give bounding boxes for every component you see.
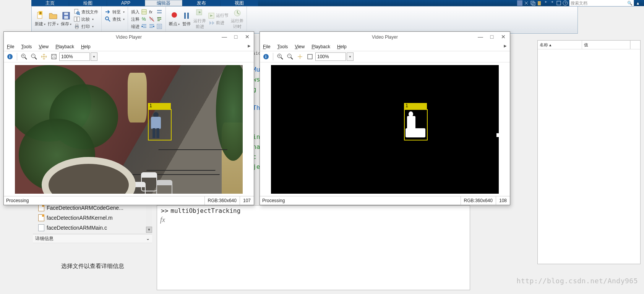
zoom-out-icon[interactable]: - xyxy=(286,52,295,61)
goto-icon xyxy=(105,9,111,15)
comment-wrap-icon[interactable] xyxy=(156,16,162,22)
menu-tools[interactable]: Tools xyxy=(21,44,32,49)
insert-label-line: 插入 fx xyxy=(131,9,162,15)
goto-button[interactable]: 转至 xyxy=(105,9,125,15)
qat-save-icon[interactable] xyxy=(517,0,522,6)
tab-publish[interactable]: 发布 xyxy=(183,0,220,6)
menu-tools[interactable]: Tools xyxy=(277,44,288,49)
pin-toolbar-icon[interactable]: ► xyxy=(503,43,508,49)
details-header[interactable]: 详细信息 ⌄ xyxy=(33,234,152,243)
goto-label: 转至 xyxy=(112,9,121,15)
zoom-dropdown[interactable]: ▼ xyxy=(347,52,354,61)
menu-view[interactable]: View xyxy=(295,44,305,49)
run-section-button[interactable]: 运行节 xyxy=(208,13,229,19)
command-window[interactable]: >> multiObjectTracking fx xyxy=(157,205,470,290)
menu-playback[interactable]: Playback xyxy=(311,44,330,49)
zoom-value[interactable]: 100% xyxy=(59,52,90,61)
minimize-button[interactable]: — xyxy=(475,33,486,41)
command-line: >> multiObjectTracking xyxy=(157,206,470,216)
comment-add-icon[interactable]: % xyxy=(141,16,147,22)
toolbar: i + - 100% ▼ xyxy=(260,51,510,62)
window-titlebar[interactable]: Video Player — □ ✕ xyxy=(260,32,510,42)
list-item[interactable]: faceDetectionARMMain.c xyxy=(33,223,152,233)
qat-paste-icon[interactable] xyxy=(537,0,542,6)
fx-prompt-icon[interactable]: fx xyxy=(157,216,168,224)
run-time-icon xyxy=(233,8,242,17)
fit-icon[interactable] xyxy=(305,52,315,61)
scroll-down-icon[interactable]: ▼ xyxy=(146,227,152,233)
breakpoints-button[interactable]: 断点 xyxy=(169,11,180,27)
find-label: 查找 xyxy=(112,16,121,22)
fit-icon[interactable] xyxy=(49,52,58,61)
insert-more-icon[interactable] xyxy=(156,9,162,15)
pin-toolbar-icon[interactable]: ► xyxy=(247,43,251,49)
save-button[interactable]: 保存 xyxy=(61,11,71,27)
close-button[interactable]: ✕ xyxy=(498,33,509,41)
menu-help[interactable]: Help xyxy=(337,44,347,49)
find-files-button[interactable]: 查找文件 xyxy=(74,9,98,15)
zoom-dropdown[interactable]: ▼ xyxy=(91,52,97,61)
zoom-out-icon[interactable]: - xyxy=(29,52,39,61)
info-icon[interactable]: i xyxy=(5,52,15,61)
workspace-col-name[interactable]: 名称 ▴ xyxy=(538,41,582,49)
tab-apps[interactable]: APP xyxy=(107,0,144,6)
zoom-in-icon[interactable]: + xyxy=(276,52,285,61)
run-time-button[interactable]: 运行并 计时 xyxy=(231,8,243,29)
workspace-col-value[interactable]: 值 xyxy=(582,41,630,49)
command-text: multiObjectTracking xyxy=(170,207,240,214)
chevron-down-icon[interactable]: ⌄ xyxy=(146,236,150,241)
comment-remove-icon[interactable]: % xyxy=(149,16,155,22)
smart-indent-icon[interactable] xyxy=(156,23,162,29)
pan-icon[interactable] xyxy=(295,52,305,61)
menu-file[interactable]: File xyxy=(7,44,14,49)
pan-icon[interactable] xyxy=(39,52,49,61)
qat-undo-icon[interactable] xyxy=(543,0,548,6)
folder-scrollbar[interactable]: ▼ xyxy=(146,203,152,233)
svg-line-49 xyxy=(281,57,283,59)
info-icon[interactable]: i xyxy=(261,52,271,61)
tab-home[interactable]: 主页 xyxy=(31,0,69,6)
doc-search-go-icon[interactable]: 🔍 xyxy=(627,1,633,6)
list-item[interactable]: faceDetectionARMKernel.m xyxy=(33,213,152,223)
menu-view[interactable]: View xyxy=(39,44,49,49)
menu-file[interactable]: File xyxy=(263,44,270,49)
video-frame: 1 xyxy=(271,65,499,194)
menu-playback[interactable]: Playback xyxy=(55,44,74,49)
qat-copy-icon[interactable] xyxy=(530,0,535,6)
qat-cut-icon[interactable] xyxy=(524,0,529,6)
find-button[interactable]: 查找 xyxy=(105,16,125,22)
insert-section-icon[interactable] xyxy=(141,9,147,15)
new-file-icon xyxy=(36,11,45,20)
tab-editor[interactable]: 编辑器 xyxy=(145,0,182,6)
maximize-button[interactable]: □ xyxy=(230,33,242,41)
pause-button[interactable]: 暂停 xyxy=(182,11,191,27)
tab-view[interactable]: 视图 xyxy=(221,0,258,6)
indent-out-icon[interactable] xyxy=(149,23,155,29)
toolbar: i + - 100% ▼ xyxy=(4,51,254,62)
zoom-value[interactable]: 100% xyxy=(315,52,346,61)
tab-plots[interactable]: 绘图 xyxy=(69,0,107,6)
open-file-button[interactable]: 打开 xyxy=(48,11,58,27)
status-frame: 107 xyxy=(240,196,254,205)
print-button[interactable]: 打印 xyxy=(74,23,98,29)
indent-in-icon[interactable] xyxy=(141,23,147,29)
doc-search-input[interactable]: 搜索文档 🔍 xyxy=(569,0,634,7)
svg-rect-30 xyxy=(517,0,522,6)
advance-button[interactable]: 前进 xyxy=(208,20,229,26)
zoom-in-icon[interactable]: + xyxy=(19,52,29,61)
svg-text:i: i xyxy=(9,54,10,59)
insert-fx-icon[interactable]: fx xyxy=(149,9,155,15)
run-advance-button[interactable]: 运行并 前进 xyxy=(193,8,206,29)
maximize-button[interactable]: □ xyxy=(486,33,498,41)
qat-redo-icon[interactable] xyxy=(550,0,555,6)
qat-help-icon[interactable]: ? xyxy=(563,0,568,6)
svg-line-14 xyxy=(108,20,110,21)
minimize-button[interactable]: — xyxy=(219,33,230,41)
close-button[interactable]: ✕ xyxy=(242,33,253,41)
new-file-button[interactable]: 新建 xyxy=(35,11,45,27)
qat-switch-windows-icon[interactable] xyxy=(556,0,561,6)
menu-help[interactable]: Help xyxy=(81,44,91,49)
minimize-ribbon-icon[interactable]: ▴ xyxy=(635,0,641,6)
compare-button[interactable]: 比较 xyxy=(74,16,98,22)
window-titlebar[interactable]: Video Player — □ ✕ xyxy=(4,32,254,42)
